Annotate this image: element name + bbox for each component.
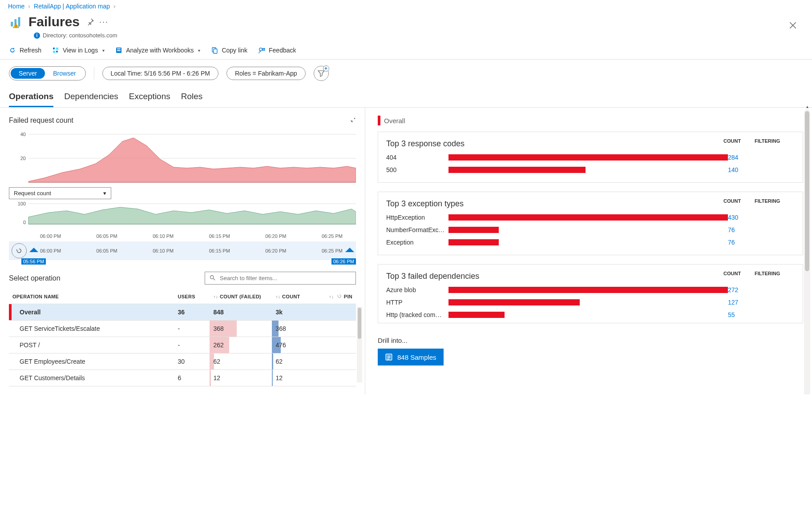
search-input-wrapper [205, 272, 356, 285]
card-title: Top 3 response codes [386, 139, 630, 149]
server-browser-toggle: Server Browser [9, 66, 86, 80]
svg-point-14 [259, 48, 262, 51]
failed-request-chart[interactable]: 40 20 [9, 128, 356, 186]
plus-icon: + [323, 65, 329, 72]
tab-exceptions[interactable]: Exceptions [129, 89, 170, 107]
select-operation-title: Select operation [9, 274, 61, 282]
breadcrumb-app[interactable]: RetailApp | Application map [34, 3, 110, 10]
chart-x-axis: 06:00 PM06:05 PM06:10 PM06:15 PM06:20 PM… [9, 232, 356, 239]
col-operation-name[interactable]: OPERATION NAME [9, 289, 174, 304]
request-count-chart[interactable]: 100 0 [9, 199, 356, 230]
svg-text:0: 0 [23, 220, 26, 225]
col-users[interactable]: USERS [174, 289, 210, 304]
svg-rect-0 [11, 22, 13, 27]
feedback-button[interactable]: Feedback [258, 45, 296, 56]
chevron-down-icon: ▾ [198, 48, 200, 53]
table-row[interactable]: Overall368483k [9, 304, 356, 321]
svg-rect-10 [117, 48, 121, 49]
col-pin[interactable]: ↑↓ PIN [325, 289, 356, 304]
card-row[interactable]: Exception76 [386, 236, 795, 249]
card-row[interactable]: HttpException430 [386, 211, 795, 224]
tab-operations[interactable]: Operations [9, 89, 53, 107]
breadcrumb-home[interactable]: Home [8, 3, 24, 10]
card-row[interactable]: HTTP127 [386, 296, 795, 309]
svg-rect-2 [18, 17, 20, 27]
time-range-chip[interactable]: Local Time: 5/16 5:56 PM - 6:26 PM [102, 67, 218, 80]
svg-rect-7 [56, 48, 58, 50]
col-count[interactable]: ↑↓COUNT [272, 289, 325, 304]
chevron-right-icon: › [112, 3, 117, 10]
chart-metric-select[interactable]: Request count ▾ [9, 187, 111, 199]
page-header: Failures ··· [0, 12, 812, 31]
right-scrollbar[interactable]: ▴ ▾ [804, 109, 810, 394]
operations-table: OPERATION NAME USERS ↑↓COUNT (FAILED) ↑↓… [9, 289, 356, 386]
card-title: Top 3 failed dependencies [386, 272, 630, 281]
svg-text:20: 20 [20, 156, 26, 161]
pill-server[interactable]: Server [11, 68, 45, 79]
search-icon [210, 275, 215, 282]
table-row[interactable]: GET ServiceTickets/Escalate-368368 [9, 321, 356, 337]
card-row[interactable]: Http (tracked com…55 [386, 309, 795, 321]
roles-chip[interactable]: Roles = Fabrikam-App [226, 67, 306, 80]
table-scrollbar[interactable] [357, 307, 362, 382]
drill-into: Drill into... 848 Samples [378, 332, 803, 365]
directory-line: i Directory: contosohotels.com [0, 31, 812, 43]
page-title: Failures [28, 14, 80, 29]
tab-roles[interactable]: Roles [181, 89, 203, 107]
filter-row: Server Browser Local Time: 5/16 5:56 PM … [0, 60, 812, 85]
svg-point-5 [53, 48, 55, 49]
refresh-button[interactable]: Refresh [9, 45, 41, 56]
card-response-codes: Top 3 response codesCOUNTFILTERING 40428… [378, 132, 803, 183]
pill-browser[interactable]: Browser [45, 68, 84, 79]
chevron-down-icon: ▾ [103, 190, 106, 197]
card-row[interactable]: Azure blob272 [386, 284, 795, 296]
svg-line-25 [213, 278, 215, 280]
svg-rect-8 [53, 51, 55, 53]
table-row[interactable]: GET Employees/Create306262 [9, 353, 356, 370]
col-count-failed[interactable]: ↑↓COUNT (FAILED) [210, 289, 272, 304]
tab-dependencies[interactable]: Dependencies [64, 89, 118, 107]
slider-handle-left[interactable]: 05:56 PM [21, 258, 46, 265]
samples-button[interactable]: 848 Samples [378, 349, 444, 365]
table-row[interactable]: GET Customers/Details61212 [9, 370, 356, 386]
table-row[interactable]: POST /-262476 [9, 337, 356, 353]
search-input[interactable] [219, 274, 351, 282]
pin-button[interactable] [84, 16, 97, 28]
svg-rect-4 [16, 27, 16, 28]
svg-text:40: 40 [20, 132, 26, 137]
tabs: Operations Dependencies Exceptions Roles [0, 85, 812, 108]
separator [94, 67, 94, 80]
card-exception-types: Top 3 exception typesCOUNTFILTERING Http… [378, 192, 803, 255]
command-bar: Refresh View in Logs▾ Analyze with Workb… [0, 43, 812, 60]
svg-text:100: 100 [18, 201, 26, 206]
card-title: Top 3 exception types [386, 199, 630, 209]
card-row[interactable]: NumberFormatExc…76 [386, 224, 795, 236]
overall-header: Overall [378, 116, 803, 125]
close-button[interactable] [786, 19, 800, 32]
card-row[interactable]: 500140 [386, 164, 795, 176]
chart-title: Failed request count [9, 116, 73, 124]
svg-rect-11 [117, 50, 121, 51]
info-icon: i [34, 32, 40, 39]
chevron-right-icon: › [26, 3, 32, 10]
copy-link-button[interactable]: Copy link [211, 45, 247, 56]
history-icon[interactable] [12, 243, 27, 258]
svg-rect-3 [16, 25, 16, 27]
slider-handle-right[interactable]: 06:26 PM [331, 258, 356, 265]
more-button[interactable]: ··· [97, 15, 111, 29]
add-filter-button[interactable]: + [314, 66, 329, 81]
analyze-workbooks-button[interactable]: Analyze with Workbooks▾ [115, 45, 200, 56]
svg-point-6 [56, 51, 58, 52]
failures-icon [10, 16, 22, 28]
pin-icon[interactable] [348, 116, 356, 125]
breadcrumb: Home › RetailApp | Application map › [0, 0, 812, 12]
chevron-down-icon: ▾ [102, 48, 105, 53]
svg-rect-13 [214, 49, 217, 53]
view-in-logs-button[interactable]: View in Logs▾ [52, 45, 105, 56]
card-failed-dependencies: Top 3 failed dependenciesCOUNTFILTERING … [378, 264, 803, 323]
time-slider[interactable]: 06:00 PM06:05 PM06:10 PM06:15 PM06:20 PM… [9, 241, 356, 260]
svg-point-24 [210, 275, 214, 278]
card-row[interactable]: 404284 [386, 151, 795, 164]
